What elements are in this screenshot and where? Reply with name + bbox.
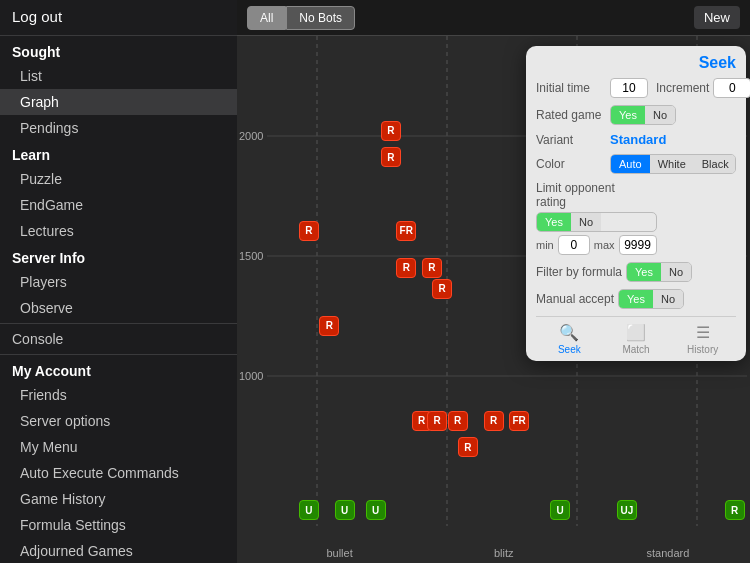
sidebar-item-formula[interactable]: Formula Settings	[0, 512, 237, 538]
rated-seg: Yes No	[610, 105, 676, 125]
dot-r10: R	[448, 411, 468, 431]
dot-r7: R	[319, 316, 339, 336]
graph-area: 2000 1500 1000 bullet blitz standard R R…	[237, 36, 750, 563]
initial-time-input[interactable]	[610, 78, 648, 98]
limit-max-input[interactable]	[619, 235, 657, 255]
section-sought: Sought	[0, 38, 237, 63]
rated-game-row: Rated game Yes No	[536, 105, 736, 125]
filter-buttons: All No Bots	[247, 6, 355, 30]
sidebar-item-auto-execute[interactable]: Auto Execute Commands	[0, 460, 237, 486]
sidebar-item-friends[interactable]: Friends	[0, 382, 237, 408]
manual-no-button[interactable]: No	[653, 290, 683, 308]
seek-icon: 🔍	[559, 323, 579, 342]
tab-seek[interactable]: 🔍 Seek	[536, 317, 603, 361]
dot-r12: R	[458, 437, 478, 457]
top-bar: All No Bots New	[237, 0, 750, 36]
dot-r2: R	[381, 147, 401, 167]
section-learn: Learn	[0, 141, 237, 166]
initial-time-label: Initial time	[536, 81, 606, 95]
sidebar-item-pendings[interactable]: Pendings	[0, 115, 237, 141]
limit-min-input[interactable]	[558, 235, 590, 255]
sidebar-item-endgame[interactable]: EndGame	[0, 192, 237, 218]
variant-value: Standard	[610, 132, 666, 147]
manual-row: Manual accept Yes No	[536, 289, 736, 309]
sidebar-item-graph[interactable]: Graph	[0, 89, 237, 115]
formula-yes-button[interactable]: Yes	[627, 263, 661, 281]
limit-row: Limit opponentrating Yes No min max	[536, 181, 736, 255]
dot-g5: UJ	[617, 500, 637, 520]
increment-input[interactable]	[713, 78, 750, 98]
rated-yes-button[interactable]: Yes	[611, 106, 645, 124]
sidebar-item-observe[interactable]: Observe	[0, 295, 237, 321]
variant-row: Variant Standard	[536, 132, 736, 147]
filter-nobots-button[interactable]: No Bots	[286, 6, 355, 30]
dot-fr2: FR	[396, 221, 416, 241]
tab-history[interactable]: ☰ History	[669, 317, 736, 361]
dot-g6: R	[725, 500, 745, 520]
formula-label: Filter by formula	[536, 265, 622, 279]
tab-match[interactable]: ⬜ Match	[603, 317, 670, 361]
manual-seg: Yes No	[618, 289, 684, 309]
tab-seek-label: Seek	[558, 344, 581, 355]
sidebar-item-puzzle[interactable]: Puzzle	[0, 166, 237, 192]
sidebar-item-lectures[interactable]: Lectures	[0, 218, 237, 244]
limit-min-label: min	[536, 239, 554, 251]
dot-g3: U	[366, 500, 386, 520]
limit-label: Limit opponentrating	[536, 181, 626, 209]
limit-max-label: max	[594, 239, 615, 251]
match-icon: ⬜	[626, 323, 646, 342]
y-label-1000: 1000	[239, 370, 263, 382]
sidebar-item-server-options[interactable]: Server options	[0, 408, 237, 434]
increment-label: Increment	[656, 81, 709, 95]
dot-r1: R	[381, 121, 401, 141]
color-row: Color Auto White Black	[536, 154, 736, 174]
color-black-button[interactable]: Black	[694, 155, 736, 173]
sidebar-item-console[interactable]: Console	[0, 326, 237, 352]
sidebar-item-list[interactable]: List	[0, 63, 237, 89]
color-white-button[interactable]: White	[650, 155, 694, 173]
color-auto-button[interactable]: Auto	[611, 155, 650, 173]
panel-tabs: 🔍 Seek ⬜ Match ☰ History	[536, 316, 736, 361]
new-button[interactable]: New	[694, 6, 740, 29]
x-label-blitz: blitz	[494, 547, 514, 559]
rated-game-label: Rated game	[536, 108, 606, 122]
dot-r11: R	[484, 411, 504, 431]
formula-seg: Yes No	[626, 262, 692, 282]
sidebar-item-adjourned[interactable]: Adjourned Games	[0, 538, 237, 563]
tab-match-label: Match	[622, 344, 649, 355]
dot-fr: FR	[509, 411, 529, 431]
limit-yes-button[interactable]: Yes	[537, 213, 571, 231]
y-label-2000: 2000	[239, 130, 263, 142]
sidebar-item-game-history[interactable]: Game History	[0, 486, 237, 512]
section-my-account: My Account	[0, 357, 237, 382]
dot-g1: U	[299, 500, 319, 520]
section-server-info: Server Info	[0, 244, 237, 269]
sidebar-item-my-menu[interactable]: My Menu	[0, 434, 237, 460]
x-label-bullet: bullet	[326, 547, 352, 559]
dot-r3: R	[299, 221, 319, 241]
formula-row: Filter by formula Yes No	[536, 262, 736, 282]
dot-g4: U	[550, 500, 570, 520]
limit-minmax: min max	[536, 235, 657, 255]
color-label: Color	[536, 157, 606, 171]
formula-no-button[interactable]: No	[661, 263, 691, 281]
dot-r4: R	[396, 258, 416, 278]
filter-all-button[interactable]: All	[247, 6, 286, 30]
sidebar: Log out Sought List Graph Pendings Learn…	[0, 0, 237, 563]
panel-title: Seek	[536, 54, 736, 72]
dot-r6: R	[432, 279, 452, 299]
main-area: All No Bots New 2000 1500 1000 bullet bl…	[237, 0, 750, 563]
limit-no-button[interactable]: No	[571, 213, 601, 231]
dot-g2: U	[335, 500, 355, 520]
history-icon: ☰	[696, 323, 710, 342]
limit-controls: Yes No min max	[536, 212, 657, 255]
manual-label: Manual accept	[536, 292, 614, 306]
rated-no-button[interactable]: No	[645, 106, 675, 124]
sidebar-item-players[interactable]: Players	[0, 269, 237, 295]
dot-r9: R	[427, 411, 447, 431]
logout-button[interactable]: Log out	[0, 0, 237, 33]
tab-history-label: History	[687, 344, 718, 355]
limit-seg: Yes No	[536, 212, 657, 232]
x-label-standard: standard	[647, 547, 690, 559]
manual-yes-button[interactable]: Yes	[619, 290, 653, 308]
